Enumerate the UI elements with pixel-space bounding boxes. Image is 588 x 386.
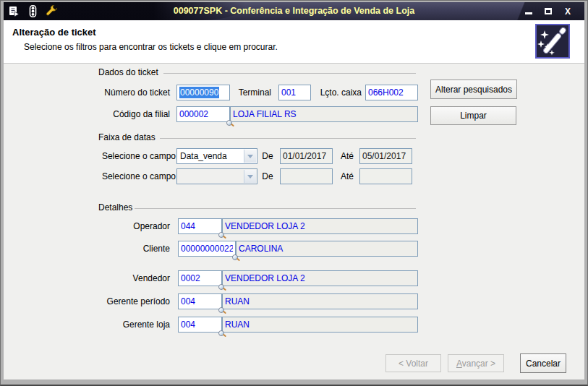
de-label: De (258, 148, 277, 164)
ate-label-2: Até (336, 168, 358, 184)
app-window: 009077SPK - Conferência e Integração de … (0, 0, 588, 386)
title-bar[interactable]: 009077SPK - Conferência e Integração de … (4, 2, 584, 20)
page-header: Alteração de ticket Selecione os filtros… (4, 20, 584, 64)
de-label-2: De (258, 168, 277, 184)
traffic-light-icon[interactable] (27, 5, 39, 17)
export-note-icon[interactable] (8, 5, 20, 17)
maximize-button[interactable] (543, 7, 553, 17)
gerente-loja-label: Gerente loja (33, 317, 170, 333)
cancelar-button[interactable]: Cancelar (520, 353, 566, 373)
operador-name-field: VENDEDOR LOJA 2 (222, 218, 418, 234)
chevron-down-icon[interactable] (244, 170, 256, 183)
limpar-button[interactable]: Limpar (430, 106, 516, 125)
group-line-dados (163, 73, 416, 74)
vendedor-lookup (178, 270, 222, 286)
vendedor-input[interactable] (178, 270, 222, 286)
numero-ticket-input[interactable]: 00000090 (176, 85, 230, 100)
voltar-button[interactable]: < Voltar (385, 354, 441, 372)
alterar-pesquisados-button[interactable]: Alterar pesquisados (430, 80, 517, 99)
operador-label: Operador (33, 218, 170, 234)
lookup-magnifier-icon[interactable] (218, 330, 224, 336)
titlebar-toolbar (8, 2, 58, 20)
terminal-label: Terminal (231, 85, 271, 100)
wrench-icon[interactable] (46, 5, 58, 17)
gerente-periodo-lookup (178, 293, 222, 309)
codigo-filial-input[interactable] (176, 106, 230, 122)
operador-input[interactable] (178, 218, 222, 234)
page-subtitle: Selecione os filtros para encontrar os t… (24, 42, 278, 52)
data-ate-input[interactable] (359, 148, 412, 164)
group-line-faixa (160, 138, 416, 139)
codigo-filial-lookup (176, 106, 230, 122)
minimize-button[interactable] (524, 7, 534, 17)
avancar-button[interactable]: Avançar > (448, 354, 504, 372)
operador-lookup (178, 218, 222, 234)
gerente-loja-lookup (178, 317, 222, 333)
gerente-loja-input[interactable] (178, 317, 222, 333)
group-title-detalhes: Detalhes (96, 202, 135, 213)
terminal-input[interactable] (278, 85, 311, 100)
lookup-magnifier-icon[interactable] (232, 254, 238, 260)
data-ate-input-2[interactable] (359, 168, 412, 184)
group-line-detalhes (134, 208, 416, 209)
cliente-input[interactable] (178, 241, 236, 257)
ate-label: Até (336, 148, 358, 164)
group-title-faixa: Faixa de datas (96, 132, 158, 142)
lookup-magnifier-icon[interactable] (218, 307, 224, 313)
window-controls: X (524, 2, 573, 20)
selecione-campo-label: Selecione o campo (47, 148, 176, 164)
lcto-caixa-label: Lçto. caixa (313, 85, 362, 100)
cliente-lookup (178, 241, 236, 257)
vendedor-label: Vendedor (33, 270, 170, 286)
lookup-magnifier-icon[interactable] (226, 120, 232, 126)
gerente-periodo-label: Gerente período (33, 293, 170, 309)
magic-wand-icon (535, 24, 570, 59)
data-de-input[interactable] (280, 148, 333, 164)
numero-ticket-label: Número do ticket (33, 85, 170, 100)
lookup-magnifier-icon[interactable] (218, 284, 224, 290)
gerente-periodo-name-field: RUAN (222, 293, 418, 309)
lookup-magnifier-icon[interactable] (218, 232, 224, 238)
gerente-loja-name-field: RUAN (222, 317, 418, 333)
cliente-name-field: CAROLINA (236, 241, 418, 257)
cliente-label: Cliente (33, 241, 170, 257)
filial-name-field: LOJA FILIAL RS (230, 106, 418, 122)
group-title-dados: Dados do ticket (96, 67, 161, 77)
gerente-periodo-input[interactable] (178, 293, 222, 309)
codigo-filial-label: Código da filial (33, 106, 170, 122)
dialog-body: Alteração de ticket Selecione os filtros… (4, 20, 584, 379)
data-de-input-2[interactable] (280, 168, 333, 184)
close-button[interactable]: X (563, 7, 573, 17)
vendedor-name-field: VENDEDOR LOJA 2 (222, 270, 418, 286)
page-title: Alteração de ticket (12, 27, 96, 38)
campo-data-select-2[interactable] (176, 168, 257, 184)
selecione-campo-label-2: Selecione o campo (47, 168, 176, 184)
lcto-caixa-input[interactable] (365, 85, 418, 100)
campo-data-select[interactable]: Data_venda (176, 148, 257, 164)
chevron-down-icon[interactable] (244, 150, 256, 163)
window-title: 009077SPK - Conferência e Integração de … (4, 2, 584, 20)
